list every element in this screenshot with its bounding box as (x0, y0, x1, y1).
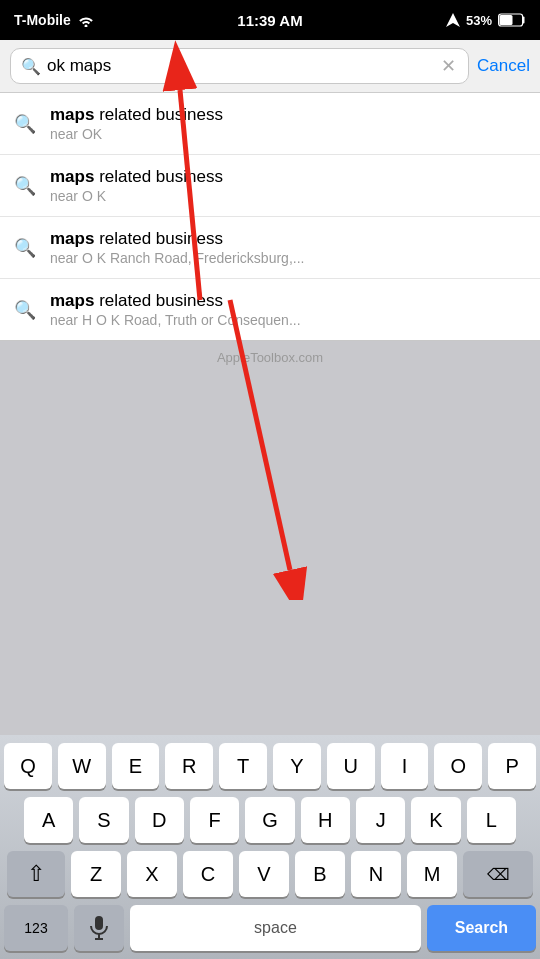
location-icon (446, 13, 460, 27)
key-E[interactable]: E (112, 743, 160, 789)
svg-rect-5 (95, 916, 103, 930)
status-right: 53% (446, 13, 526, 28)
clear-button[interactable]: ✕ (439, 55, 458, 77)
shift-key[interactable]: ⇧ (7, 851, 65, 897)
battery-label: 53% (466, 13, 492, 28)
keyboard-bottom-row: 123 space Search (4, 905, 536, 951)
suggestion-main-1: maps related business (50, 105, 223, 125)
key-X[interactable]: X (127, 851, 177, 897)
suggestion-item-4[interactable]: 🔍 maps related business near H O K Road,… (0, 279, 540, 340)
suggestion-text-3: maps related business near O K Ranch Roa… (50, 229, 304, 266)
suggestion-search-icon-1: 🔍 (14, 113, 36, 135)
key-S[interactable]: S (79, 797, 128, 843)
key-P[interactable]: P (488, 743, 536, 789)
suggestion-sub-3: near O K Ranch Road, Fredericksburg,... (50, 250, 304, 266)
wifi-icon (77, 13, 95, 27)
key-D[interactable]: D (135, 797, 184, 843)
numbers-key[interactable]: 123 (4, 905, 68, 951)
suggestion-search-icon-2: 🔍 (14, 175, 36, 197)
key-N[interactable]: N (351, 851, 401, 897)
status-left: T-Mobile (14, 12, 95, 28)
suggestion-item-3[interactable]: 🔍 maps related business near O K Ranch R… (0, 217, 540, 279)
keyboard-row-3: ⇧ Z X C V B N M ⌫ (4, 851, 536, 897)
search-input[interactable] (47, 56, 433, 76)
watermark: AppleToolbox.com (217, 350, 323, 365)
key-M[interactable]: M (407, 851, 457, 897)
search-bar: 🔍 ✕ Cancel (0, 40, 540, 93)
status-bar: T-Mobile 11:39 AM 53% (0, 0, 540, 40)
space-key[interactable]: space (130, 905, 421, 951)
key-O[interactable]: O (434, 743, 482, 789)
search-input-wrap[interactable]: 🔍 ✕ (10, 48, 469, 84)
keyboard-row-2: A S D F G H J K L (4, 797, 536, 843)
carrier-label: T-Mobile (14, 12, 71, 28)
cancel-button[interactable]: Cancel (477, 56, 530, 76)
key-F[interactable]: F (190, 797, 239, 843)
key-U[interactable]: U (327, 743, 375, 789)
key-Y[interactable]: Y (273, 743, 321, 789)
microphone-key[interactable] (74, 905, 124, 951)
key-C[interactable]: C (183, 851, 233, 897)
keyboard-row-1: Q W E R T Y U I O P (4, 743, 536, 789)
key-W[interactable]: W (58, 743, 106, 789)
svg-rect-1 (500, 15, 513, 25)
key-K[interactable]: K (411, 797, 460, 843)
suggestion-search-icon-3: 🔍 (14, 237, 36, 259)
suggestion-main-3: maps related business (50, 229, 304, 249)
suggestion-sub-1: near OK (50, 126, 223, 142)
delete-key[interactable]: ⌫ (463, 851, 533, 897)
status-time: 11:39 AM (237, 12, 302, 29)
suggestion-search-icon-4: 🔍 (14, 299, 36, 321)
search-key[interactable]: Search (427, 905, 536, 951)
suggestion-text-1: maps related business near OK (50, 105, 223, 142)
suggestion-text-4: maps related business near H O K Road, T… (50, 291, 301, 328)
battery-icon (498, 13, 526, 27)
key-R[interactable]: R (165, 743, 213, 789)
suggestion-text-2: maps related business near O K (50, 167, 223, 204)
microphone-icon (90, 916, 108, 940)
key-L[interactable]: L (467, 797, 516, 843)
key-A[interactable]: A (24, 797, 73, 843)
key-Z[interactable]: Z (71, 851, 121, 897)
key-Q[interactable]: Q (4, 743, 52, 789)
suggestion-main-2: maps related business (50, 167, 223, 187)
suggestion-item-2[interactable]: 🔍 maps related business near O K (0, 155, 540, 217)
key-V[interactable]: V (239, 851, 289, 897)
suggestion-sub-4: near H O K Road, Truth or Consequen... (50, 312, 301, 328)
suggestion-main-4: maps related business (50, 291, 301, 311)
key-G[interactable]: G (245, 797, 294, 843)
suggestions-list: 🔍 maps related business near OK 🔍 maps r… (0, 93, 540, 341)
key-J[interactable]: J (356, 797, 405, 843)
keyboard: Q W E R T Y U I O P A S D F G H J K L ⇧ … (0, 735, 540, 959)
suggestion-sub-2: near O K (50, 188, 223, 204)
key-B[interactable]: B (295, 851, 345, 897)
key-I[interactable]: I (381, 743, 429, 789)
suggestion-item-1[interactable]: 🔍 maps related business near OK (0, 93, 540, 155)
key-T[interactable]: T (219, 743, 267, 789)
key-H[interactable]: H (301, 797, 350, 843)
search-icon: 🔍 (21, 57, 41, 76)
